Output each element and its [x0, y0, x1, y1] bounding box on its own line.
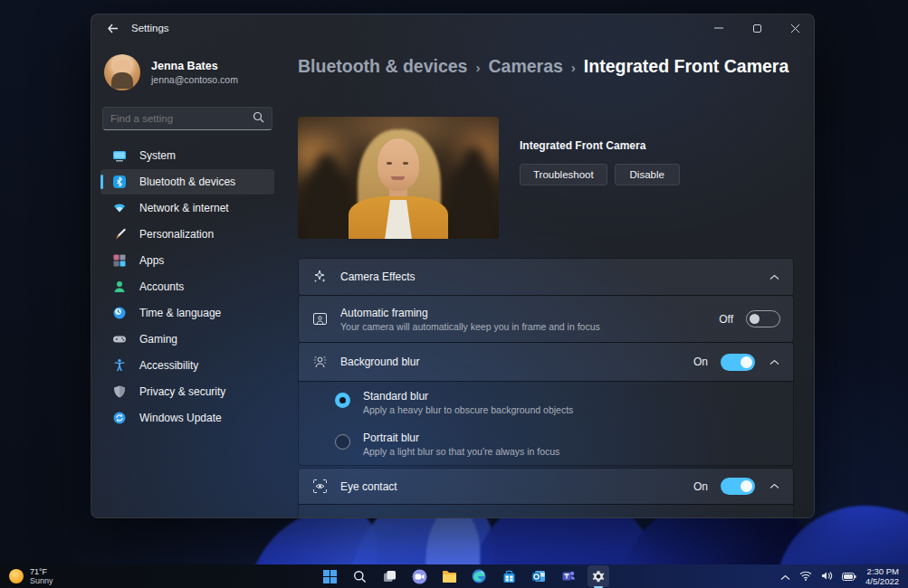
user-profile[interactable]: Jenna Bates jenna@contoso.com	[100, 49, 274, 100]
background-blur-toggle[interactable]	[721, 354, 755, 371]
sunny-weather-icon	[9, 569, 24, 583]
sidebar-item-network-internet[interactable]: Network & internet	[100, 195, 274, 221]
chevron-up-icon[interactable]	[768, 270, 780, 283]
settings-taskbar-icon[interactable]	[588, 565, 609, 587]
battery-tray-icon[interactable]	[842, 568, 856, 584]
automatic-framing-icon	[311, 311, 328, 327]
eye-contact-header[interactable]: Eye contact On	[299, 469, 793, 504]
content-pane: Bluetooth & devices › Cameras › Integrat…	[298, 49, 794, 77]
weather-temperature: 71°F	[30, 567, 53, 576]
sidebar-item-label: Bluetooth & devices	[139, 175, 235, 188]
sidebar-item-label: Gaming	[139, 333, 177, 346]
chevron-up-icon[interactable]	[768, 356, 780, 368]
camera-preview	[298, 117, 499, 239]
eye-contact-card: Eye contact On Standard	[298, 468, 794, 518]
sidebar-item-time-language[interactable]: Time & language	[100, 300, 274, 326]
automatic-framing-toggle[interactable]	[746, 310, 780, 327]
disable-button[interactable]: Disable	[615, 164, 680, 185]
sidebar-item-privacy-security[interactable]: Privacy & security	[100, 379, 274, 404]
user-name: Jenna Bates	[151, 60, 238, 72]
file-explorer-icon[interactable]	[438, 565, 460, 587]
search-input[interactable]	[110, 113, 253, 124]
sidebar-item-gaming[interactable]: Gaming	[100, 327, 274, 352]
camera-effects-card: Camera Effects	[298, 258, 794, 296]
troubleshoot-button[interactable]: Troubleshoot	[520, 164, 607, 185]
background-blur-options: Standard blur Apply a heavy blur to obsc…	[299, 382, 793, 465]
portrait-blur-option[interactable]: Portrait blur Apply a light blur so that…	[299, 423, 793, 465]
woman-face	[378, 138, 419, 191]
portrait-blur-radio[interactable]	[335, 434, 350, 450]
hidden-icons-chevron[interactable]	[780, 568, 790, 584]
eye-contact-standard-option[interactable]: Standard Make eye contact even when you'…	[299, 505, 793, 518]
sidebar-item-label: Accounts	[139, 280, 184, 293]
breadcrumb-bluetooth-devices[interactable]: Bluetooth & devices	[298, 56, 467, 77]
sidebar-item-label: Apps	[139, 254, 164, 267]
search-box[interactable]	[102, 107, 272, 130]
background-blur-card: Background blur On Standard blur	[298, 342, 794, 466]
accounts-icon	[111, 280, 127, 295]
personalization-icon	[111, 227, 127, 242]
camera-effects-title: Camera Effects	[340, 270, 415, 283]
camera-effects-header[interactable]: Camera Effects	[299, 259, 793, 295]
volume-tray-icon[interactable]	[821, 568, 833, 584]
start-button[interactable]	[319, 565, 340, 587]
sidebar-item-apps[interactable]: Apps	[100, 248, 274, 273]
avatar	[104, 54, 140, 90]
sidebar-item-personalization[interactable]: Personalization	[100, 222, 274, 247]
sidebar-item-bluetooth-devices[interactable]: Bluetooth & devices	[100, 169, 274, 194]
eye-contact-title: Eye contact	[340, 480, 397, 493]
settings-window: Settings Jenna Bates jenna@contoso.com	[91, 14, 815, 518]
taskbar-weather-widget[interactable]: 71°F Sunny	[0, 567, 53, 585]
background-blur-state: On	[693, 356, 708, 368]
background-blur-icon	[311, 354, 328, 370]
privacy-security-icon	[111, 384, 127, 400]
standard-blur-option[interactable]: Standard blur Apply a heavy blur to obsc…	[299, 382, 793, 423]
camera-effects-icon	[311, 269, 328, 285]
teams-icon[interactable]	[558, 565, 579, 587]
sidebar-item-label: Personalization	[139, 228, 214, 241]
eye-contact-options: Standard Make eye contact even when you'…	[299, 505, 793, 518]
minimize-button[interactable]	[700, 14, 738, 42]
time-language-icon	[111, 306, 127, 321]
task-view-icon[interactable]	[378, 565, 400, 587]
network-icon	[111, 201, 127, 216]
breadcrumb-separator: ›	[475, 60, 480, 75]
breadcrumb-cameras[interactable]: Cameras	[488, 56, 562, 77]
user-email: jenna@contoso.com	[151, 74, 238, 85]
breadcrumb-separator: ›	[571, 60, 576, 75]
clock-widget[interactable]: 2:30 PM 4/5/2022	[865, 566, 899, 586]
back-button[interactable]	[99, 18, 126, 38]
automatic-framing-row[interactable]: Automatic framing Your camera will autom…	[299, 296, 793, 342]
gaming-icon	[111, 332, 127, 347]
chevron-up-icon[interactable]	[768, 480, 780, 493]
close-button[interactable]	[776, 14, 814, 42]
search-icon[interactable]	[253, 110, 264, 127]
sidebar-item-label: Privacy & security	[139, 385, 225, 398]
edge-browser-icon[interactable]	[468, 565, 490, 587]
window-title: Settings	[131, 23, 169, 33]
eye-contact-standard-label: Standard	[363, 516, 684, 518]
desktop: Settings Jenna Bates jenna@contoso.com	[0, 0, 908, 588]
background-person-silhouette	[303, 166, 350, 239]
search-taskbar-icon[interactable]	[349, 565, 370, 587]
sidebar-item-accounts[interactable]: Accounts	[100, 274, 274, 299]
eye-contact-icon	[311, 479, 328, 495]
standard-blur-radio[interactable]	[335, 393, 350, 408]
sidebar-item-label: Time & language	[139, 307, 221, 319]
automatic-framing-title: Automatic framing	[340, 307, 600, 319]
standard-blur-description: Apply a heavy blur to obscure background…	[363, 404, 573, 415]
sidebar-item-system[interactable]: System	[100, 143, 274, 168]
maximize-button[interactable]	[738, 14, 776, 42]
wifi-tray-icon[interactable]	[799, 568, 812, 584]
background-blur-header[interactable]: Background blur On	[299, 343, 793, 381]
tray-date: 4/5/2022	[865, 576, 899, 586]
portrait-blur-label: Portrait blur	[363, 432, 559, 444]
taskbar-app-icons	[319, 565, 609, 587]
sidebar-item-windows-update[interactable]: Windows Update	[100, 405, 274, 431]
sidebar-item-accessibility[interactable]: Accessibility	[100, 353, 274, 378]
microsoft-store-icon[interactable]	[498, 565, 520, 587]
chat-icon[interactable]	[408, 565, 430, 587]
eye-contact-toggle[interactable]	[721, 478, 755, 495]
outlook-icon[interactable]	[528, 565, 550, 587]
sidebar-item-label: Windows Update	[139, 412, 222, 424]
